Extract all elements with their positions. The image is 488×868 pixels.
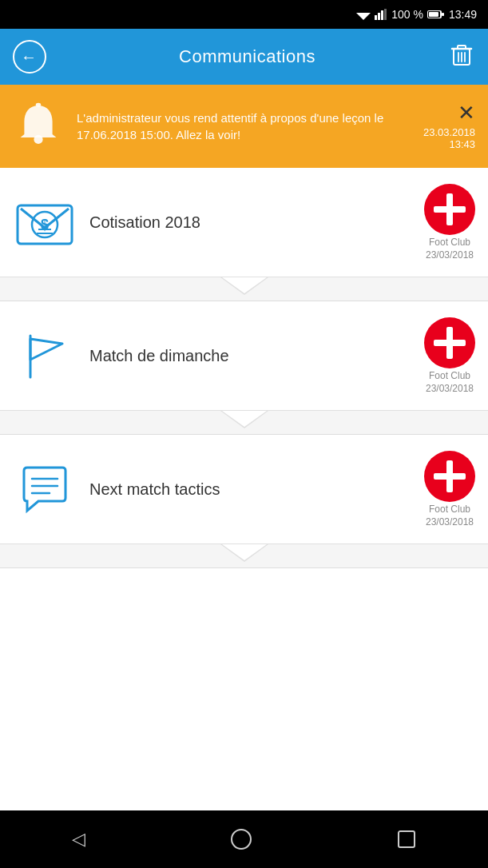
svg-rect-3 — [378, 13, 380, 20]
item-meta: Foot Club 23/03/2018 — [424, 184, 475, 261]
club-badge — [424, 451, 475, 502]
close-button[interactable]: ✕ — [458, 102, 475, 123]
svg-rect-2 — [375, 15, 377, 20]
arrow-down-icon — [220, 411, 268, 428]
recent-nav-button[interactable] — [381, 822, 432, 857]
svg-rect-9 — [442, 13, 444, 16]
svg-rect-12 — [458, 46, 466, 49]
svg-rect-24 — [434, 206, 466, 213]
svg-rect-4 — [381, 10, 383, 20]
flag-icon — [13, 324, 77, 388]
back-nav-button[interactable]: ◁ — [56, 821, 101, 858]
header-title: Communications — [179, 46, 315, 67]
club-name: Foot Club — [429, 237, 470, 248]
status-icons: 100 % 13:49 — [356, 8, 477, 21]
club-date: 23/03/2018 — [426, 516, 474, 528]
item-label: Cotisation 2018 — [89, 213, 411, 232]
list-item[interactable]: Match de dimanche Foot Club 23/03/2018 — [0, 301, 488, 411]
svg-point-33 — [232, 830, 251, 849]
home-nav-button[interactable] — [214, 820, 268, 858]
arrow-down-icon — [220, 544, 268, 562]
notification-close-area: ✕ 23.03.201813:43 — [423, 102, 475, 150]
notification-text: L'administrateur vous rend attentif à pr… — [77, 109, 411, 143]
item-meta: Foot Club 23/03/2018 — [424, 317, 475, 394]
club-name: Foot Club — [429, 504, 470, 515]
svg-rect-27 — [434, 340, 466, 346]
home-nav-icon — [230, 828, 252, 850]
chat-icon — [13, 457, 77, 521]
svg-rect-34 — [399, 831, 415, 847]
notification-banner: L'administrateur vous rend attentif à pr… — [0, 85, 488, 168]
back-arrow-icon: ← — [21, 49, 37, 65]
notification-date: 23.03.201813:43 — [423, 126, 475, 150]
time-text: 13:49 — [449, 8, 477, 21]
back-nav-icon: ◁ — [72, 829, 85, 850]
trash-icon — [448, 41, 475, 68]
arrow-separator — [0, 277, 488, 301]
arrow-separator — [0, 544, 488, 568]
nav-bar: ◁ — [0, 810, 488, 868]
svg-rect-32 — [434, 473, 466, 480]
bell-svg — [13, 99, 64, 150]
arrow-separator — [0, 411, 488, 435]
bell-icon — [13, 99, 64, 153]
club-name: Foot Club — [429, 370, 470, 381]
svg-point-16 — [34, 135, 42, 144]
content-area: $ Cotisation 2018 Foot Club 23/03/2018 — [0, 168, 488, 810]
battery-icon — [427, 9, 445, 20]
recent-nav-icon — [397, 830, 416, 849]
signal-icon — [375, 9, 387, 20]
header: ← Communications — [0, 29, 488, 85]
item-label: Next match tactics — [89, 480, 411, 499]
battery-text: 100 % — [391, 8, 423, 21]
envelope-icon: $ — [13, 190, 77, 254]
list-item[interactable]: $ Cotisation 2018 Foot Club 23/03/2018 — [0, 168, 488, 277]
club-badge — [424, 184, 475, 235]
trash-button[interactable] — [448, 41, 475, 74]
club-date: 23/03/2018 — [426, 383, 474, 394]
item-meta: Foot Club 23/03/2018 — [424, 451, 475, 528]
club-badge — [424, 317, 475, 368]
list-item[interactable]: Next match tactics Foot Club 23/03/2018 — [0, 435, 488, 544]
arrow-down-icon — [220, 277, 268, 295]
club-date: 23/03/2018 — [426, 249, 474, 261]
svg-rect-8 — [429, 12, 438, 17]
wifi-icon — [356, 9, 371, 20]
status-bar: 100 % 13:49 — [0, 0, 488, 29]
back-button[interactable]: ← — [13, 40, 46, 74]
svg-rect-17 — [36, 103, 41, 107]
item-label: Match de dimanche — [89, 347, 411, 365]
svg-rect-5 — [384, 9, 387, 20]
